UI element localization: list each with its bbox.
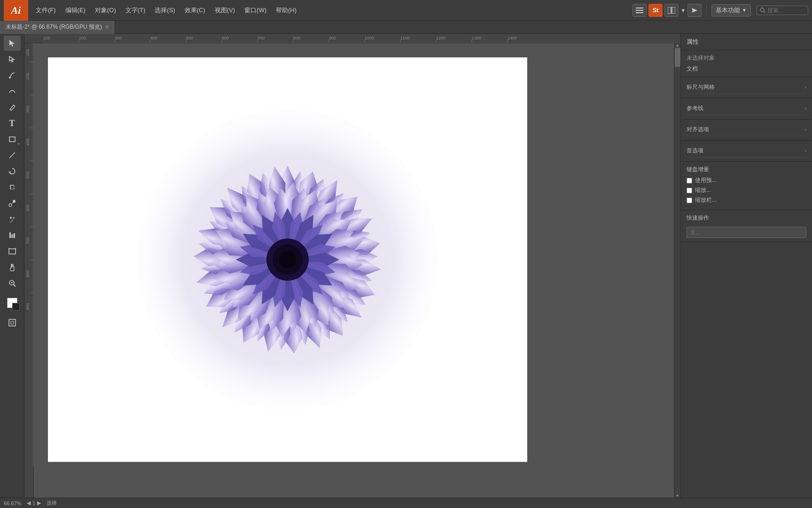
rotate-tool-btn[interactable] — [4, 164, 21, 179]
tab-close-button[interactable]: ✕ — [105, 24, 109, 30]
svg-line-23 — [14, 285, 16, 286]
scale-tool-btn[interactable] — [4, 180, 21, 195]
svg-rect-4 — [672, 7, 675, 14]
svg-rect-18 — [14, 233, 15, 238]
menu-select[interactable]: 选择(S) — [150, 4, 180, 16]
selection-tool-btn[interactable] — [4, 36, 21, 51]
menu-object[interactable]: 对象(O) — [90, 4, 121, 16]
checkbox-zoom-input[interactable] — [687, 188, 692, 193]
vertical-scrollbar[interactable]: ▲ ▼ — [674, 43, 680, 498]
status-bar: 66.67% ◀ 1 ▶ 选择 — [0, 498, 812, 508]
ruler-v-svg: 100 200 300 400 500 600 700 800 — [24, 43, 34, 467]
fill-color-btn[interactable] — [4, 295, 21, 310]
tab-title: 未标题-2* @ 66.67% (RGB/GPU 预览) — [6, 23, 102, 31]
nav-left-icon[interactable]: ◀ — [27, 500, 31, 506]
workspace-dropdown[interactable]: 基本功能 ▼ — [711, 4, 751, 16]
svg-text:900: 900 — [329, 36, 336, 40]
svg-point-14 — [13, 217, 15, 219]
menu-effect[interactable]: 效果(C) — [180, 4, 210, 16]
workspace-label: 基本功能 — [716, 6, 740, 15]
nav-right-icon[interactable]: ▶ — [37, 500, 41, 506]
control-bar-toggle[interactable] — [632, 4, 647, 17]
menu-help[interactable]: 帮助(H) — [271, 4, 301, 16]
stock-icon[interactable]: St — [648, 4, 663, 17]
zoom-tool-btn[interactable] — [4, 276, 21, 291]
artboard-nav[interactable]: ◀ 1 ▶ — [27, 500, 41, 506]
rulers-grids-label: 标尺与网格 — [687, 83, 715, 91]
svg-text:800: 800 — [25, 270, 30, 277]
menu-text[interactable]: 文字(T) — [121, 4, 150, 16]
artboard-tool-btn[interactable] — [4, 244, 21, 259]
rulers-grids-row[interactable]: 标尺与网格 › — [687, 81, 806, 94]
hand-tool-btn[interactable] — [4, 260, 21, 275]
no-selection-section: 未选择对象 文档 — [681, 50, 812, 77]
doc-label: 文档 — [687, 65, 806, 73]
ruler-vertical: 100 200 300 400 500 600 700 800 — [24, 43, 34, 498]
svg-text:100: 100 — [25, 49, 30, 56]
checkbox-use-preview-input[interactable] — [687, 178, 692, 183]
checkbox-zoom-bar-input[interactable] — [687, 198, 692, 203]
search-icon — [760, 8, 765, 13]
text-tool-btn[interactable]: T — [4, 116, 21, 131]
guides-row[interactable]: 参考线 › — [687, 102, 806, 115]
svg-rect-17 — [11, 234, 13, 238]
menu-window[interactable]: 窗口(W) — [240, 4, 271, 16]
svg-rect-3 — [668, 7, 671, 14]
checkbox-zoom-label: 缩放... — [695, 186, 711, 194]
svg-point-15 — [11, 220, 13, 222]
send-icon[interactable] — [687, 4, 702, 17]
line-tool-btn[interactable] — [4, 148, 21, 163]
menu-edit[interactable]: 编辑(E) — [61, 4, 90, 16]
panel-layout-icon[interactable] — [664, 4, 679, 17]
svg-text:800: 800 — [293, 36, 300, 40]
menu-bar: Ai 文件(F) 编辑(E) 对象(O) 文字(T) 选择(S) 效果(C) 视… — [0, 0, 812, 21]
app-logo: Ai — [4, 0, 28, 21]
main-layout: T ▾ — [0, 34, 812, 498]
svg-rect-26 — [9, 319, 16, 326]
svg-text:200: 200 — [25, 72, 30, 79]
prefs-section: 首选项 › — [681, 141, 812, 162]
draw-mode-btn[interactable] — [4, 315, 21, 330]
document-tab[interactable]: 未标题-2* @ 66.67% (RGB/GPU 预览) ✕ — [0, 21, 115, 34]
rect-tool-btn[interactable]: ▾ — [4, 132, 21, 147]
rulers-grids-section: 标尺与网格 › — [681, 77, 812, 98]
prefs-label: 首选项 — [687, 147, 703, 155]
workspace-arrow: ▼ — [742, 8, 747, 13]
rulers-grids-arrow: › — [805, 85, 806, 90]
pencil-tool-btn[interactable] — [4, 100, 21, 115]
pen-tool-btn[interactable] — [4, 68, 21, 83]
canvas-scroll-area[interactable] — [34, 43, 674, 498]
checkbox-zoom: 缩放... — [687, 186, 806, 194]
search-box[interactable] — [757, 6, 808, 15]
direct-select-tool-btn[interactable] — [4, 52, 21, 67]
align-row[interactable]: 对齐选项 › — [687, 123, 806, 136]
scroll-down-btn[interactable]: ▼ — [674, 494, 680, 498]
graph-tool-btn[interactable] — [4, 228, 21, 243]
artboard-number: 1 — [32, 500, 35, 506]
zoom-value: 66.67% — [4, 500, 21, 506]
scroll-thumb[interactable] — [675, 48, 680, 67]
svg-line-12 — [11, 202, 13, 204]
symbol-sprayer-btn[interactable] — [4, 212, 21, 227]
menu-file[interactable]: 文件(F) — [31, 4, 61, 16]
no-selection-text: 未选择对象 — [687, 54, 806, 62]
svg-text:100: 100 — [43, 36, 50, 40]
checkbox-zoom-bar-label: 缩放栏... — [695, 196, 717, 204]
quick-actions-input[interactable] — [687, 227, 806, 238]
curvature-tool-btn[interactable] — [4, 84, 21, 99]
blend-tool-btn[interactable] — [4, 196, 21, 211]
scroll-up-btn[interactable]: ▲ — [674, 43, 680, 47]
prefs-row[interactable]: 首选项 › — [687, 144, 806, 158]
svg-point-5 — [760, 8, 764, 12]
zoom-status: 66.67% — [4, 500, 21, 506]
svg-text:400: 400 — [150, 36, 157, 40]
search-input[interactable] — [767, 7, 805, 14]
menu-view[interactable]: 视图(V) — [210, 4, 240, 16]
svg-rect-16 — [9, 232, 11, 238]
svg-rect-0 — [636, 8, 643, 8]
align-arrow: › — [805, 127, 806, 132]
keyboard-section: 键盘增量 使用预... 缩放... 缩放栏... — [681, 162, 812, 210]
panel-layout-arrow[interactable]: ▼ — [680, 8, 686, 13]
prefs-arrow: › — [805, 148, 806, 153]
ruler-h-svg: 100 200 300 400 500 600 700 800 — [43, 34, 680, 43]
